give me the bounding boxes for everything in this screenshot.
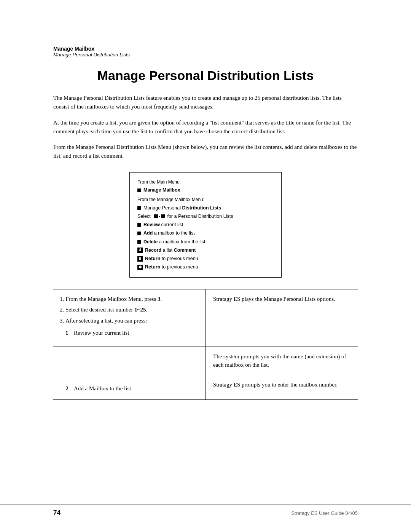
- page-number: 74: [53, 509, 61, 517]
- breadcrumb-current: Manage Personal Distribution Lists: [53, 52, 358, 58]
- page-title: Manage Personal Distribution Lists: [53, 68, 358, 83]
- sub-step-1-num: 1: [65, 327, 74, 339]
- menu-box-container: From the Main Menu: Manage Mailbox From …: [53, 172, 358, 278]
- steps-list: From the Manage Mailbox Menu, press 3. S…: [57, 295, 198, 339]
- sub-step-add-table: 2 Add a Mailbox to the list: [65, 383, 206, 395]
- sub-step-add-row: 2 Add a Mailbox to the list: [65, 383, 206, 395]
- table-col-left-1: From the Manage Mailbox Menu, press 3. S…: [53, 289, 206, 347]
- table-col-left-review: [53, 347, 206, 375]
- from-main-label: From the Main Menu:: [137, 178, 181, 186]
- menu-record: 4 Record a list Comment: [137, 246, 274, 254]
- square-icon-add: [137, 232, 141, 235]
- add-label: Add a mailbox to the list: [143, 229, 195, 237]
- breadcrumb: Manage Mailbox Manage Personal Distribut…: [0, 0, 411, 61]
- square-icon-1: [137, 189, 141, 192]
- menu-delete: Delete a mailbox from the list: [137, 238, 274, 246]
- sub-step-add-num: 2: [65, 383, 74, 395]
- table-col-right-1: Stratagy ES plays the Manage Personal Li…: [206, 289, 358, 347]
- steps-table: From the Manage Mailbox Menu, press 3. S…: [53, 289, 358, 400]
- sub-steps-table: 1 Review your current list: [65, 327, 198, 339]
- delete-label: Delete a mailbox from the list: [143, 238, 206, 246]
- sub-step-1-text: Review your current list: [74, 327, 198, 339]
- menu-from-main: From the Main Menu:: [137, 178, 274, 186]
- right-text-1: Stratagy ES plays the Manage Personal Li…: [213, 295, 354, 304]
- return-9-label: Return to previous menu: [145, 255, 198, 263]
- breadcrumb-parent: Manage Mailbox: [53, 46, 358, 52]
- table-row-add: 2 Add a Mailbox to the list Stratagy ES …: [53, 375, 358, 400]
- menu-box: From the Main Menu: Manage Mailbox From …: [129, 172, 282, 278]
- menu-manage-lists: Manage Personal Distribution Lists: [137, 204, 274, 212]
- table-col-right-add: Stratagy ES prompts you to enter the mai…: [206, 375, 358, 400]
- table-row-review: The system prompts you with the name (an…: [53, 347, 358, 375]
- menu-from-manage: From the Manage Mailbox Menu:: [137, 196, 274, 203]
- step-2: Select the desired list number 1~25.: [65, 305, 198, 314]
- sub-step-add-text: Add a Mailbox to the list: [74, 383, 206, 395]
- table-col-left-add: 2 Add a Mailbox to the list: [53, 375, 206, 400]
- dash-sq-2: [161, 214, 165, 218]
- dash-sq-1: [154, 214, 158, 218]
- right-text-review: The system prompts you with the name (an…: [213, 352, 354, 369]
- paragraph-2: At the time you create a list, you are g…: [53, 118, 358, 136]
- sub-step-1-row: 1 Review your current list: [65, 327, 198, 339]
- num-icon-4: 4: [137, 248, 143, 253]
- review-label: Review current list: [143, 221, 183, 229]
- page: Manage Mailbox Manage Personal Distribut…: [0, 0, 411, 532]
- manage-lists-label: Manage Personal Distribution Lists: [143, 204, 221, 212]
- return-star-label: Return to previous menu: [145, 263, 198, 271]
- menu-review: Review current list: [137, 221, 274, 229]
- menu-select: Select - for a Personal Distribution Lis…: [137, 212, 274, 220]
- doc-info: Stratagy ES User Guide 04/05: [291, 510, 358, 516]
- from-manage-label: From the Manage Mailbox Menu:: [137, 196, 204, 203]
- right-text-add: Stratagy ES prompts you to enter the mai…: [213, 380, 354, 389]
- menu-add: Add a mailbox to the list: [137, 229, 274, 237]
- table-row-1: From the Manage Mailbox Menu, press 3. S…: [53, 289, 358, 347]
- step-1: From the Manage Mailbox Menu, press 3.: [65, 295, 198, 304]
- manage-mailbox-label: Manage Mailbox: [143, 186, 180, 194]
- menu-return-star: ✱ Return to previous menu: [137, 263, 274, 271]
- star-icon: ✱: [137, 265, 143, 270]
- paragraph-3: From the Manage Personal Distribution Li…: [53, 143, 358, 161]
- menu-manage-mailbox: Manage Mailbox: [137, 186, 274, 194]
- table-col-right-review: The system prompts you with the name (an…: [206, 347, 358, 375]
- square-icon-review: [137, 223, 141, 227]
- record-label: Record a list Comment: [145, 246, 196, 254]
- dash-icons: -: [154, 212, 165, 220]
- select-label: for a Personal Distribution Lists: [167, 212, 233, 220]
- num-icon-9: 9: [137, 256, 143, 262]
- menu-return-9: 9 Return to previous menu: [137, 255, 274, 263]
- footer: 74 Stratagy ES User Guide 04/05: [0, 504, 411, 517]
- square-icon-2: [137, 206, 141, 210]
- paragraph-1: The Manage Personal Distribution Lists f…: [53, 94, 358, 112]
- square-icon-delete: [137, 240, 141, 244]
- step-3: After selecting a list, you can press: 1…: [65, 316, 198, 339]
- select-prefix: Select: [137, 212, 152, 220]
